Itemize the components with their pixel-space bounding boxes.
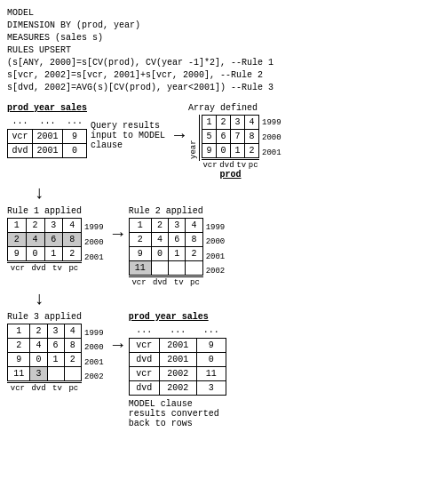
- code-line-3: MEASURES (sales s): [7, 32, 437, 44]
- arrow-down-1: ↓: [34, 185, 437, 203]
- input-row2-prod: dvd: [8, 143, 33, 157]
- code-line-5: (s[ANY, 2000]=s[CV(prod), CV(year -1]*2]…: [7, 57, 437, 69]
- final-row4-sales: 3: [196, 380, 226, 395]
- arrow-right-2: →: [113, 226, 123, 244]
- final-row2-year: 2001: [159, 352, 196, 366]
- code-line-1: MODEL: [7, 7, 437, 20]
- input-table-section: prod year sales ... ... ... vcr 2001 9 d…: [7, 103, 87, 158]
- arrow-down-2: ↓: [34, 291, 437, 308]
- input-row2-sales: 0: [63, 143, 87, 157]
- rule2-year-labels: 1999 2000 2001 2002: [206, 220, 226, 278]
- prod-axis-label: prod: [202, 170, 259, 180]
- array-defined-table: 1234 5678 9012: [202, 115, 259, 158]
- code-line-4: RULES UPSERT: [7, 44, 437, 57]
- rule1-bottom-labels: vcrdvdtvpc: [7, 262, 82, 273]
- final-row4-year: 2002: [159, 380, 196, 395]
- final-row3-sales: 11: [196, 366, 226, 380]
- input-table-header: prod year sales: [7, 103, 87, 113]
- input-row1-year: 2001: [32, 129, 62, 143]
- final-row3-prod: vcr: [129, 366, 159, 380]
- rule2-section: Rule 2 applied 1234 2468 9012 11 vcrdvdt…: [129, 206, 203, 287]
- array-bottom-labels: vcrdvdtvpc: [202, 159, 259, 170]
- rule3-year-labels: 1999 2000 2001 2002: [84, 326, 104, 384]
- input-row1-prod: vcr: [8, 129, 33, 143]
- final-annotation: MODEL clause results converted back to r…: [129, 399, 226, 428]
- final-row3-year: 2002: [159, 366, 196, 380]
- rule3-table: 1234 2468 9012 113: [7, 324, 82, 381]
- rule1-year-labels: 1999 2000 2001: [84, 220, 104, 265]
- code-block: MODEL DIMENSION BY (prod, year) MEASURES…: [7, 7, 437, 94]
- input-row2-year: 2001: [32, 143, 62, 157]
- input-table: ... ... ... vcr 2001 9 dvd 2001 0: [7, 115, 87, 158]
- code-line-2: DIMENSION BY (prod, year): [7, 20, 437, 32]
- input-annotation: Query results input to MODEL clause: [91, 121, 170, 150]
- rule2-label: Rule 2 applied: [129, 206, 203, 216]
- array-right-labels: 1999 2000 2001: [262, 115, 281, 161]
- final-row2-prod: dvd: [129, 352, 159, 366]
- array-defined-section: Array defined year 1234 5678 9012 vcrdvd…: [188, 103, 281, 180]
- code-line-7: s[dvd, 2002]=AVG(s)[CV(prod), year<2001]…: [7, 82, 437, 94]
- code-line-6: s[vcr, 2002]=s[vcr, 2001]+s[vcr, 2000], …: [7, 69, 437, 82]
- input-row1-sales: 9: [63, 129, 87, 143]
- array-defined-label: Array defined: [188, 103, 281, 113]
- final-table-section: prod year sales ... ... ... vcr 2001 9 d…: [129, 312, 226, 428]
- rule2-table: 1234 2468 9012 11: [129, 218, 203, 276]
- final-row2-sales: 0: [196, 352, 226, 366]
- final-table: ... ... ... vcr 2001 9 dvd 2001 0 vcr 20…: [129, 324, 226, 396]
- rule3-section: Rule 3 applied 1234 2468 9012 113 vcrdvd…: [7, 312, 82, 393]
- rule2-bottom-labels: vcrdvdtvpc: [129, 276, 203, 287]
- arrow-right-3: →: [113, 337, 123, 355]
- diagram: MODEL DIMENSION BY (prod, year) MEASURES…: [7, 7, 437, 428]
- final-row1-year: 2001: [159, 338, 196, 352]
- year-axis-label: year: [188, 115, 200, 161]
- rule3-bottom-labels: vcrdvdtvpc: [7, 382, 82, 393]
- final-row4-prod: dvd: [129, 380, 159, 395]
- arrow-right-1: →: [174, 127, 185, 145]
- rule3-label: Rule 3 applied: [7, 312, 82, 322]
- final-table-header: prod year sales: [129, 312, 209, 322]
- rule1-section: Rule 1 applied 1234 2468 9012 vcrdvdtvpc: [7, 206, 82, 273]
- rule1-table: 1234 2468 9012: [7, 218, 82, 261]
- final-row1-sales: 9: [196, 338, 226, 352]
- final-row1-prod: vcr: [129, 338, 159, 352]
- rule1-label: Rule 1 applied: [7, 206, 82, 216]
